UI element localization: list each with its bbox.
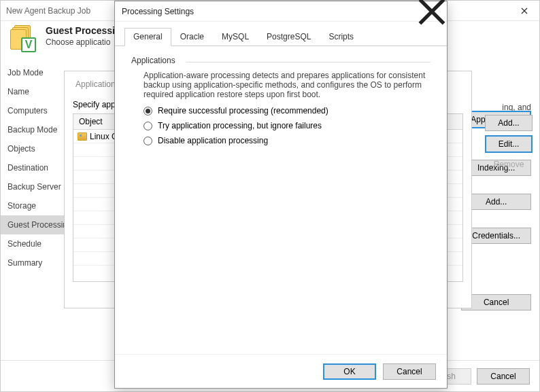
aaip-edit-button[interactable]: Edit... [485,135,533,153]
dialog-tabs: General Oracle MySQL PostgreSQL Scripts [115,22,447,46]
dialog-close-button[interactable] [417,1,447,22]
row-label: Linux C [90,132,118,141]
step-destination[interactable]: Destination [1,158,69,177]
step-storage[interactable]: Storage [1,196,69,215]
dialog-footer: OK Cancel [115,354,447,388]
step-backup-server[interactable]: Backup Server [1,177,69,196]
close-icon [521,7,528,14]
step-computers[interactable]: Computers [1,101,69,120]
step-backup-mode[interactable]: Backup Mode [1,120,69,139]
tab-general[interactable]: General [124,28,171,46]
radio-icon [144,137,152,145]
processing-settings-dialog: Processing Settings General Oracle MySQL… [114,1,448,389]
dialog-title: Processing Settings [122,7,194,16]
close-icon [417,0,447,26]
wizard-title: New Agent Backup Job [6,6,90,16]
computer-icon [78,132,87,141]
radio-icon [144,107,152,115]
radio-ignore-failures[interactable]: Try application processing, but ignore f… [144,121,431,130]
step-name[interactable]: Name [1,82,69,101]
wizard-steps: Job Mode Name Computers Backup Mode Obje… [1,60,69,370]
step-job-mode[interactable]: Job Mode [1,63,69,82]
step-objects[interactable]: Objects [1,139,69,158]
tab-postgresql[interactable]: PostgreSQL [258,28,320,46]
radio-label: Require successful processing (recommend… [158,106,328,115]
radio-label: Try application processing, but ignore f… [158,121,322,130]
radio-label: Disable application processing [158,136,268,145]
agent-badge-icon: V [21,37,36,52]
wizard-close-button[interactable] [509,1,539,21]
radio-require-success[interactable]: Require successful processing (recommend… [144,106,431,115]
dialog-body: Applications Application-aware processin… [115,46,447,152]
applications-group-label: Applications [131,56,431,65]
radio-icon [144,122,152,130]
dialog-titlebar: Processing Settings [115,1,447,22]
aaip-remove-button: Remove [485,157,533,172]
wizard-cancel-button[interactable]: Cancel [477,368,530,385]
tab-mysql[interactable]: MySQL [213,28,258,46]
radio-disable[interactable]: Disable application processing [144,136,431,145]
tab-oracle[interactable]: Oracle [171,28,213,46]
aaip-side-buttons: Add... Edit... Remove [485,115,533,172]
applications-description: Application-aware processing detects and… [131,68,431,106]
ok-button[interactable]: OK [323,363,376,380]
tab-scripts[interactable]: Scripts [320,28,362,46]
wizard-header-icon: V [10,25,39,54]
aaip-add-button[interactable]: Add... [485,115,533,131]
step-summary[interactable]: Summary [1,253,69,272]
step-guest-processing[interactable]: Guest Processing [1,215,69,234]
dialog-cancel-button[interactable]: Cancel [383,363,436,380]
step-schedule[interactable]: Schedule [1,234,69,253]
processing-radio-group: Require successful processing (recommend… [131,106,431,145]
